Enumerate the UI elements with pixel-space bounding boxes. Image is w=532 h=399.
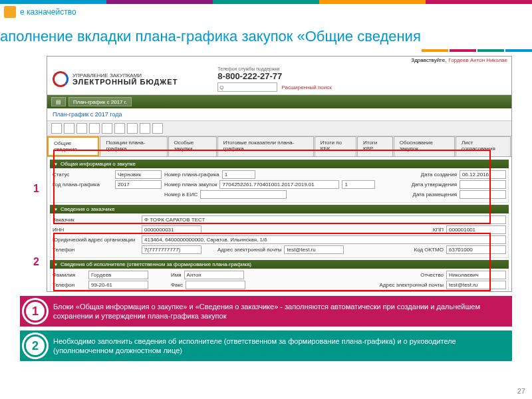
toolbar-menu-button[interactable]: ▤ <box>51 97 66 106</box>
send-icon[interactable] <box>114 123 125 134</box>
info-badge-2: 2 <box>24 334 47 357</box>
more-icon[interactable] <box>152 123 163 134</box>
logo-icon <box>53 71 68 87</box>
user-name: Гордеев Антон Николае <box>448 57 507 63</box>
toolbar-tab[interactable]: План-график с 2017 г. <box>68 97 132 106</box>
header-text: е казначейство <box>20 7 76 17</box>
main-toolbar: ▤ План-график с 2017 г. <box>47 95 511 108</box>
marker-2: 2 <box>33 256 39 268</box>
info-text-2: Необходимо заполнить сведения об исполни… <box>53 336 508 356</box>
info-block-1: 1 Блоки «Общая информация о закупке» и «… <box>20 296 512 327</box>
info-block-2: 2 Необходимо заполнить сведения об испол… <box>20 331 512 361</box>
advanced-search-link[interactable]: Расширенный поиск <box>281 84 331 90</box>
slide-title: аполнение вкладки плана-графика закупок … <box>0 20 532 49</box>
highlight-box-2 <box>53 233 491 291</box>
info-badge-1: 1 <box>24 300 47 323</box>
info-text-1: Блоки «Общая информация о закупке» и «Св… <box>53 302 508 321</box>
save-icon[interactable] <box>102 123 112 134</box>
export-icon[interactable] <box>140 123 150 134</box>
edit-icon[interactable] <box>76 123 87 134</box>
delete-icon[interactable] <box>89 123 100 134</box>
phone-block: Телефон службы поддержки 8-800-222-27-77… <box>217 66 331 92</box>
breadcrumb: План-график с 2017 года <box>47 108 511 121</box>
page-number: 27 <box>517 387 525 395</box>
action-toolbar <box>47 121 511 136</box>
logo-text: УПРАВЛЕНИЕ ЗАКУПКАМИ ЭЛЕКТРОННЫЙ БЮДЖЕТ <box>72 73 178 86</box>
emblem-icon <box>4 6 16 18</box>
search-input[interactable] <box>217 82 277 92</box>
header: е казначейство <box>0 4 532 20</box>
print-icon[interactable] <box>127 123 138 134</box>
marker-1: 1 <box>33 183 39 195</box>
highlight-box-1 <box>53 150 491 224</box>
app-header: УПРАВЛЕНИЕ ЗАКУПКАМИ ЭЛЕКТРОННЫЙ БЮДЖЕТ … <box>47 64 511 95</box>
accent-bar <box>0 49 532 52</box>
top-accent-bar <box>0 0 532 4</box>
new-icon[interactable] <box>64 123 74 134</box>
refresh-icon[interactable] <box>51 123 62 134</box>
greeting: Здравствуйте, Гордеев Антон Николае <box>47 57 511 64</box>
